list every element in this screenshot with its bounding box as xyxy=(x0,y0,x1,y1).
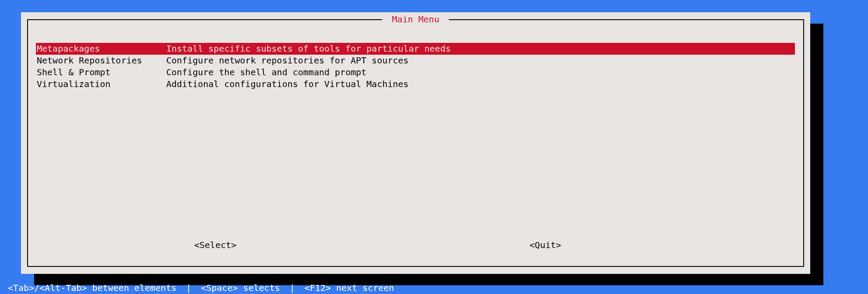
menu-item-metapackages[interactable]: Metapackages Install specific subsets of… xyxy=(36,43,795,55)
dialog-title: Main Menu xyxy=(382,14,449,24)
hint-separator: | xyxy=(290,283,295,293)
hint-space: <Space> selects xyxy=(201,283,280,293)
menu-item-desc: Configure network repositories for APT s… xyxy=(166,55,795,66)
menu-item-desc: Configure the shell and command prompt xyxy=(166,66,795,78)
select-button[interactable]: <Select> xyxy=(194,240,236,250)
dialog-buttons: <Select> <Quit> xyxy=(28,240,803,250)
menu-item-desc: Additional configurations for Virtual Ma… xyxy=(166,78,795,90)
menu-item-label: Metapackages xyxy=(36,43,166,55)
dialog-border: Main Menu Metapackages Install specific … xyxy=(27,19,804,267)
menu-item-network-repositories[interactable]: Network Repositories Configure network r… xyxy=(36,55,795,66)
hint-f12: <F12> next screen xyxy=(304,283,394,293)
menu-item-label: Virtualization xyxy=(36,78,166,90)
menu-item-virtualization[interactable]: Virtualization Additional configurations… xyxy=(36,78,795,90)
main-menu-dialog: Main Menu Metapackages Install specific … xyxy=(21,12,810,274)
menu-item-label: Shell & Prompt xyxy=(36,66,166,78)
footer-hints: <Tab>/<Alt-Tab> between elements | <Spac… xyxy=(0,282,868,294)
quit-button[interactable]: <Quit> xyxy=(529,240,561,250)
menu-list: Metapackages Install specific subsets of… xyxy=(36,43,795,90)
menu-item-shell-prompt[interactable]: Shell & Prompt Configure the shell and c… xyxy=(36,66,795,78)
menu-item-label: Network Repositories xyxy=(36,55,166,66)
menu-item-desc: Install specific subsets of tools for pa… xyxy=(166,43,795,55)
hint-separator: | xyxy=(186,283,191,293)
hint-tab: <Tab>/<Alt-Tab> between elements xyxy=(8,283,176,293)
